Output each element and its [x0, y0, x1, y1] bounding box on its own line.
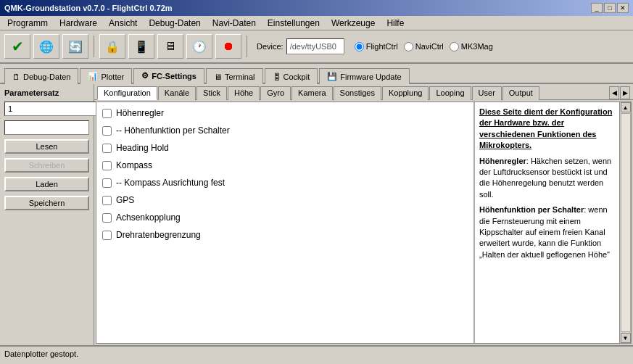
debug-icon: 🗒 — [12, 73, 20, 81]
radio-mk3mag[interactable]: MK3Mag — [450, 42, 493, 51]
checkbox-heading-hold-input[interactable] — [102, 144, 112, 153]
subtab-user[interactable]: User — [472, 86, 502, 100]
checkbox-achsenkopplung-input[interactable] — [102, 213, 112, 223]
subtab-scroll-left[interactable]: ◀ — [609, 86, 619, 99]
menu-bar: Programm Hardware Ansicht Debug-Daten Na… — [0, 16, 633, 30]
radio-flightctrl[interactable]: FlightCtrl — [355, 42, 398, 51]
toolbar-separator-2 — [247, 36, 247, 57]
minimize-button[interactable]: _ — [591, 3, 603, 13]
tab-firmware-update[interactable]: 💾 Firmware Update — [319, 68, 409, 84]
checkbox-gps: GPS — [102, 195, 468, 205]
checkbox-gps-input[interactable] — [102, 196, 112, 205]
toolbar-check-button[interactable]: ✔ — [4, 34, 30, 59]
toolbar-clock-button[interactable]: 🕐 — [186, 34, 212, 59]
subtab-scroll: ◀ ▶ — [609, 86, 630, 99]
globe-icon: 🌐 — [39, 40, 54, 54]
toolbar-record-button[interactable]: ⏺ — [215, 34, 241, 59]
checkbox-kompass-ausrichtung: -- Kompass Ausrichtung fest — [102, 178, 468, 188]
lesen-button[interactable]: Lesen — [4, 139, 89, 154]
sidebar: Parametersatz ▲ ▼ Lesen Schreiben Laden … — [0, 84, 94, 345]
subtab-sonstiges[interactable]: Sonstiges — [334, 86, 381, 100]
subtab-kopplung[interactable]: Kopplung — [382, 86, 429, 100]
menu-navi-daten[interactable]: Navi-Daten — [208, 17, 260, 29]
status-text: Datenplotter gestopt. — [4, 349, 78, 358]
tab-debug-daten[interactable]: 🗒 Debug-Daten — [4, 68, 78, 84]
laden-button[interactable]: Laden — [4, 177, 89, 191]
sub-tab-bar: Konfiguration Kanäle Stick Höhe Gyro Kam… — [94, 84, 633, 100]
checkbox-drehratenbegrenzung: Drehratenbegrenzung — [102, 230, 468, 240]
subtab-looping[interactable]: Looping — [429, 86, 471, 100]
menu-werkzeuge[interactable]: Werkzeuge — [327, 17, 379, 29]
reload-icon: 🔄 — [68, 40, 83, 54]
scrollbar-up-button[interactable]: ▲ — [621, 102, 631, 112]
toolbar-lock-button[interactable]: 🔒 — [99, 34, 125, 59]
checkboxes-area: Höhenregler -- Höhenfunktion per Schalte… — [96, 102, 473, 343]
status-bar: Datenplotter gestopt. — [0, 345, 633, 361]
toolbar-phone-button[interactable]: 📱 — [128, 34, 154, 59]
checkbox-gps-label: GPS — [116, 195, 134, 205]
tab-plotter[interactable]: 📊 Plotter — [80, 68, 132, 84]
checkbox-kompass: Kompass — [102, 160, 468, 170]
menu-debug-daten[interactable]: Debug-Daten — [144, 17, 204, 29]
window-title: QMK-Groundstation v0.7.0 - FlightCtrl 0.… — [4, 4, 173, 12]
toolbar-separator-1 — [94, 36, 94, 57]
toolbar-monitor-button[interactable]: 🖥 — [157, 34, 183, 59]
right-area: Konfiguration Kanäle Stick Höhe Gyro Kam… — [94, 84, 633, 345]
subtab-kamera[interactable]: Kamera — [291, 86, 333, 100]
device-group: Device: — [257, 38, 344, 54]
scrollbar-track[interactable] — [621, 113, 631, 332]
firmware-icon: 💾 — [327, 72, 337, 81]
radio-navictrl[interactable]: NaviCtrl — [404, 42, 444, 51]
menu-hardware[interactable]: Hardware — [55, 17, 102, 29]
cockpit-icon: 🎛 — [273, 73, 281, 81]
checkbox-achsenkopplung: Achsenkopplung — [102, 212, 468, 223]
checkbox-kompass-input[interactable] — [102, 161, 112, 170]
toolbar-reload-button[interactable]: 🔄 — [62, 34, 88, 59]
checkbox-hoehenregler-label: Höhenregler — [116, 108, 164, 118]
tab-cockpit[interactable]: 🎛 Cockpit — [265, 68, 318, 84]
checkbox-drehratenbegrenzung-input[interactable] — [102, 231, 112, 240]
device-label: Device: — [257, 42, 284, 51]
maximize-button[interactable]: □ — [604, 3, 616, 13]
close-button[interactable]: ✕ — [617, 3, 629, 13]
checkbox-heading-hold-label: Heading Hold — [116, 143, 169, 153]
speichern-button[interactable]: Speichern — [4, 196, 89, 210]
checkbox-achsenkopplung-label: Achsenkopplung — [116, 212, 181, 223]
menu-ansicht[interactable]: Ansicht — [104, 17, 141, 29]
info-section-1: Höhenregler: Häkchen setzen, wenn der Lu… — [479, 156, 615, 201]
device-input[interactable] — [286, 38, 344, 54]
terminal-icon: 🖥 — [214, 73, 222, 81]
subtab-scroll-right[interactable]: ▶ — [620, 86, 630, 99]
menu-hilfe[interactable]: Hilfe — [382, 17, 408, 29]
checkbox-kompass-ausrichtung-label: -- Kompass Ausrichtung fest — [116, 178, 225, 188]
checkbox-drehratenbegrenzung-label: Drehratenbegrenzung — [116, 230, 201, 240]
main-content: Parametersatz ▲ ▼ Lesen Schreiben Laden … — [0, 84, 633, 345]
checkbox-hoehenfunktion: -- Höhenfunktion per Schalter — [102, 125, 468, 136]
subtab-output[interactable]: Output — [502, 86, 539, 100]
subtab-konfiguration[interactable]: Konfiguration — [97, 86, 157, 100]
scrollbar-down-button[interactable]: ▼ — [621, 333, 631, 343]
subtab-hoehe[interactable]: Höhe — [228, 86, 260, 100]
tab-fc-settings[interactable]: ⚙ FC-Settings — [133, 68, 204, 84]
record-icon: ⏺ — [223, 40, 234, 53]
param-text-input[interactable] — [4, 120, 89, 135]
subtab-stick[interactable]: Stick — [196, 86, 227, 100]
top-tab-bar: 🗒 Debug-Daten 📊 Plotter ⚙ FC-Settings 🖥 … — [0, 64, 633, 84]
info-panel: Diese Seite dient der Konfiguration der … — [474, 102, 619, 343]
subtab-gyro[interactable]: Gyro — [260, 86, 291, 100]
subtab-kanaele[interactable]: Kanäle — [158, 86, 196, 100]
checkbox-kompass-ausrichtung-input[interactable] — [102, 178, 112, 188]
info-section-2: Höhenfunktion per Schalter: wenn die Fer… — [479, 204, 615, 260]
tab-terminal[interactable]: 🖥 Terminal — [206, 68, 263, 84]
window-controls[interactable]: _ □ ✕ — [591, 3, 629, 13]
schreiben-button[interactable]: Schreiben — [4, 158, 89, 173]
checkbox-hoehenregler-input[interactable] — [102, 109, 112, 118]
checkbox-hoehenfunktion-input[interactable] — [102, 126, 112, 136]
radio-group: FlightCtrl NaviCtrl MK3Mag — [355, 42, 493, 51]
menu-einstellungen[interactable]: Einstellungen — [263, 17, 324, 29]
toolbar-globe-button[interactable]: 🌐 — [33, 34, 59, 59]
phone-icon: 📱 — [134, 40, 149, 54]
checkbox-hoehenregler: Höhenregler — [102, 108, 468, 118]
menu-programm[interactable]: Programm — [3, 17, 52, 29]
checkbox-heading-hold: Heading Hold — [102, 143, 468, 153]
